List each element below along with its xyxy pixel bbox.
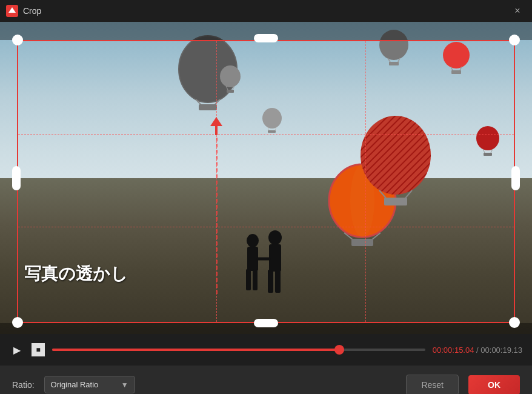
center-arrow [210, 120, 222, 132]
chevron-down-icon: ▼ [121, 381, 128, 389]
svg-marker-46 [210, 117, 222, 126]
handle-bottom-left[interactable] [12, 317, 23, 328]
handle-top-right[interactable] [509, 35, 520, 45]
title-bar-left: Crop [6, 5, 41, 17]
play-button[interactable]: ▶ [10, 342, 24, 357]
ok-button[interactable]: OK [468, 375, 520, 395]
grid-h2 [18, 227, 514, 227]
close-button[interactable]: × [509, 2, 526, 19]
ratio-label: Ratio: [12, 380, 35, 390]
crop-overlay[interactable] [0, 22, 532, 334]
ratio-select[interactable]: Original Ratio ▼ [44, 376, 135, 393]
handle-bottom-mid[interactable] [254, 319, 278, 327]
progress-thumb[interactable] [334, 345, 344, 355]
handle-top-mid[interactable] [254, 34, 278, 42]
handle-mid-left[interactable] [12, 166, 21, 190]
stop-button[interactable]: ■ [32, 343, 45, 356]
title-bar: Crop × [0, 0, 532, 22]
window-title: Crop [23, 6, 41, 16]
handle-bottom-right[interactable] [509, 317, 520, 328]
svg-rect-47 [215, 125, 218, 135]
center-line [216, 125, 218, 294]
handle-top-left[interactable] [12, 35, 23, 45]
app-icon [6, 5, 18, 17]
handle-mid-right[interactable] [511, 166, 520, 190]
controls-bar: ▶ ■ 00:00:15.04 / 00:00:19.13 [0, 334, 532, 366]
time-display: 00:00:15.04 / 00:00:19.13 [433, 346, 522, 355]
total-time: 00:00:19.13 [480, 346, 522, 355]
bottom-bar: Ratio: Original Ratio ▼ Reset OK [0, 366, 532, 394]
ratio-value: Original Ratio [51, 380, 116, 389]
video-area: 写真の透かし [0, 22, 532, 334]
reset-button[interactable]: Reset [406, 375, 459, 395]
grid-v2 [365, 41, 366, 322]
grid-h1 [18, 134, 514, 135]
progress-fill [52, 349, 339, 351]
current-time: 00:00:15.04 [433, 346, 474, 355]
crop-border[interactable] [17, 40, 515, 323]
progress-bar[interactable] [52, 349, 425, 351]
